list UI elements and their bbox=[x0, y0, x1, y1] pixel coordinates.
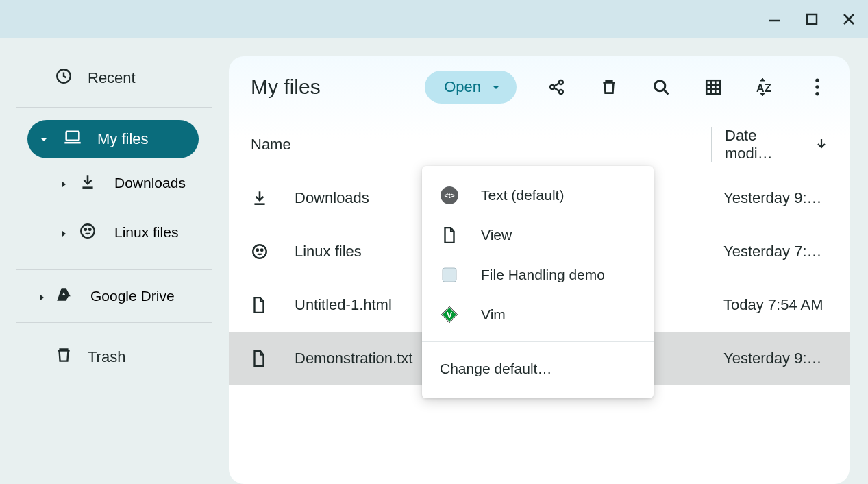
svg-point-8 bbox=[89, 228, 91, 230]
app-icon bbox=[440, 265, 459, 285]
svg-point-19 bbox=[253, 245, 266, 258]
svg-rect-24 bbox=[443, 268, 456, 282]
laptop-icon bbox=[63, 128, 82, 151]
menu-item-label: View bbox=[481, 227, 512, 243]
menu-separator bbox=[422, 341, 654, 342]
sidebar-item-downloads[interactable]: Downloads bbox=[0, 158, 229, 208]
grid-view-icon[interactable] bbox=[703, 77, 723, 97]
clock-icon bbox=[55, 67, 73, 89]
svg-point-12 bbox=[655, 81, 665, 91]
svg-point-6 bbox=[81, 224, 95, 238]
sidebar-item-label: My files bbox=[97, 130, 149, 148]
svg-point-17 bbox=[815, 85, 819, 88]
svg-text:V: V bbox=[447, 311, 452, 320]
window-minimize-button[interactable] bbox=[765, 10, 784, 29]
file-date: Today 7:54 AM bbox=[711, 296, 828, 314]
sidebar-item-label: Downloads bbox=[114, 175, 186, 191]
chevron-right-icon bbox=[38, 288, 45, 304]
window-maximize-button[interactable] bbox=[802, 10, 821, 29]
svg-rect-1 bbox=[807, 14, 817, 24]
svg-point-20 bbox=[256, 250, 258, 252]
svg-text:A: A bbox=[756, 82, 765, 94]
menu-item-view[interactable]: View bbox=[422, 215, 654, 255]
menu-item-label: Change default… bbox=[440, 361, 551, 377]
google-drive-icon bbox=[55, 286, 73, 307]
open-with-menu: <t> Text (default) View File Handling de… bbox=[422, 166, 654, 398]
menu-item-label: Vim bbox=[481, 306, 506, 323]
svg-text:Z: Z bbox=[765, 82, 771, 94]
menu-item-label: File Handling demo bbox=[481, 267, 605, 283]
sort-icon[interactable]: AZ bbox=[755, 77, 776, 97]
svg-point-16 bbox=[815, 79, 819, 82]
more-icon[interactable] bbox=[807, 77, 828, 97]
svg-rect-13 bbox=[706, 80, 720, 94]
search-icon[interactable] bbox=[651, 77, 671, 97]
sidebar-item-trash[interactable]: Trash bbox=[0, 335, 229, 379]
menu-item-change-default[interactable]: Change default… bbox=[422, 349, 654, 389]
svg-point-21 bbox=[261, 250, 263, 252]
open-button-label: Open bbox=[444, 78, 481, 96]
file-date: Yesterday 7:0… bbox=[711, 243, 828, 261]
download-icon bbox=[251, 189, 295, 207]
chevron-down-icon bbox=[492, 78, 500, 96]
delete-icon[interactable] bbox=[599, 77, 619, 97]
sidebar: Recent My files Downloads bbox=[0, 38, 229, 484]
sidebar-item-linux[interactable]: Linux files bbox=[0, 208, 229, 257]
arrow-down-icon bbox=[815, 136, 828, 154]
linux-icon bbox=[251, 243, 295, 261]
sidebar-item-my-files[interactable]: My files bbox=[27, 120, 199, 158]
menu-item-vim[interactable]: V Vim bbox=[422, 295, 654, 335]
svg-point-7 bbox=[84, 228, 86, 230]
sidebar-item-label: Trash bbox=[88, 348, 125, 366]
page-title: My files bbox=[251, 75, 321, 99]
share-icon[interactable] bbox=[547, 77, 567, 97]
trash-icon bbox=[55, 346, 73, 368]
svg-text:<t>: <t> bbox=[444, 192, 454, 199]
window-titlebar bbox=[0, 0, 868, 38]
toolbar: My files Open bbox=[229, 56, 850, 118]
chevron-down-icon bbox=[40, 130, 48, 148]
column-name[interactable]: Name bbox=[251, 136, 485, 154]
sidebar-item-google-drive[interactable]: Google Drive bbox=[0, 274, 229, 318]
linux-icon bbox=[79, 222, 97, 243]
menu-item-file-handling[interactable]: File Handling demo bbox=[422, 255, 654, 295]
file-icon bbox=[251, 350, 295, 367]
sidebar-item-label: Linux files bbox=[114, 224, 178, 241]
sidebar-item-recent[interactable]: Recent bbox=[0, 56, 229, 100]
sidebar-item-label: Google Drive bbox=[90, 288, 175, 304]
download-icon bbox=[79, 173, 97, 194]
text-app-icon: <t> bbox=[440, 186, 459, 205]
file-date: Yesterday 9:1… bbox=[711, 350, 828, 367]
column-headers: Name Date modi… bbox=[229, 118, 850, 171]
window-close-button[interactable] bbox=[839, 10, 858, 29]
column-date[interactable]: Date modi… bbox=[711, 127, 828, 162]
file-list-panel: My files Open bbox=[229, 56, 850, 484]
menu-item-label: Text (default) bbox=[481, 187, 564, 204]
chevron-right-icon bbox=[60, 224, 67, 241]
chevron-right-icon bbox=[60, 175, 67, 191]
file-icon bbox=[440, 226, 459, 245]
menu-item-text-default[interactable]: <t> Text (default) bbox=[422, 176, 654, 215]
sidebar-item-label: Recent bbox=[88, 69, 136, 87]
file-icon bbox=[251, 296, 295, 314]
svg-point-18 bbox=[815, 92, 819, 95]
svg-rect-5 bbox=[66, 132, 79, 141]
vim-icon: V bbox=[440, 305, 459, 324]
file-date: Yesterday 9:2… bbox=[711, 189, 828, 207]
open-button[interactable]: Open bbox=[425, 71, 517, 104]
